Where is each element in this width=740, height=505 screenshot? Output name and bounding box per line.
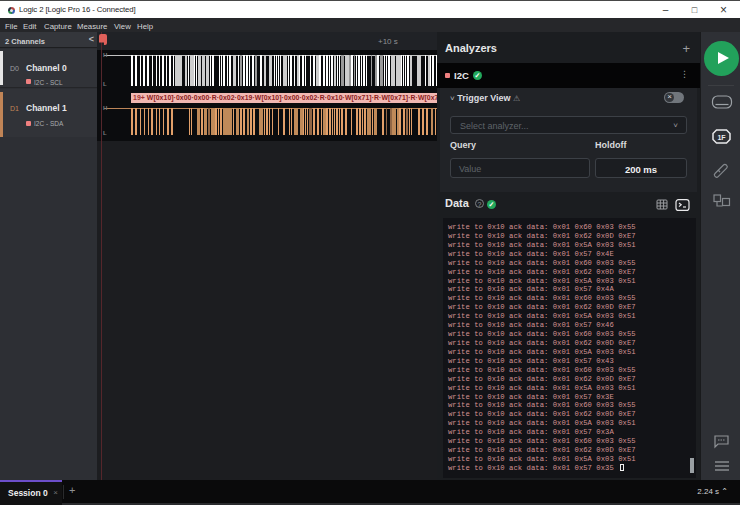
svg-text:1F: 1F <box>717 134 726 141</box>
